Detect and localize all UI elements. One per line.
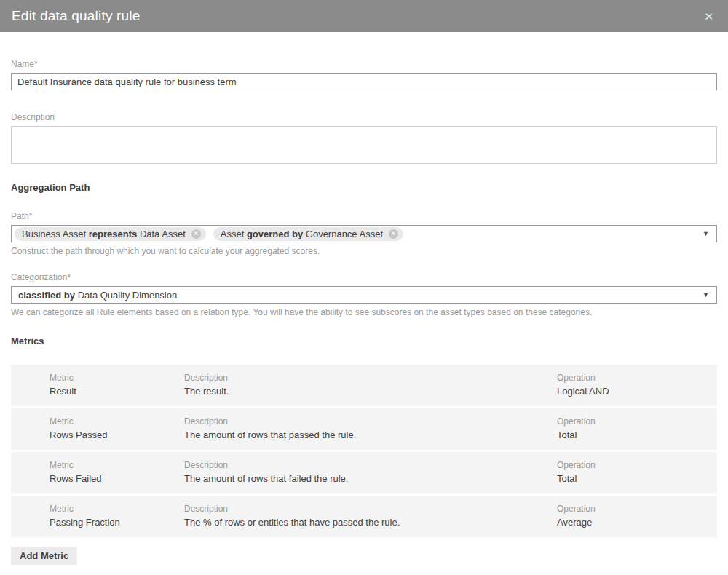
metric-operation: Average	[557, 517, 710, 528]
metric-column-label: Metric	[50, 460, 184, 470]
metric-column-label: Metric	[50, 416, 184, 427]
metric-operation: Total	[557, 429, 710, 440]
path-select[interactable]: Business Asset represents Data Asset✕ As…	[11, 225, 717, 242]
close-icon[interactable]: ✕	[701, 8, 716, 25]
metric-description: The amount of rows that failed the rule.	[184, 473, 557, 484]
metric-cell: Metric Rows Failed	[50, 460, 184, 484]
operation-cell: Operation Total	[557, 416, 710, 440]
categorization-value: classified by Data Quality Dimension	[15, 290, 177, 301]
operation-column-label: Operation	[557, 504, 710, 514]
description-column-label: Description	[184, 504, 557, 514]
operation-column-label: Operation	[557, 373, 710, 383]
metric-cell: Metric Passing Fraction	[50, 504, 184, 528]
categorization-label: Categorization*	[11, 272, 717, 282]
operation-column-label: Operation	[557, 416, 710, 427]
metric-name: Passing Fraction	[50, 517, 184, 528]
description-cell: Description The result.	[184, 373, 557, 397]
operation-cell: Operation Average	[557, 504, 710, 528]
dialog-header: Edit data quality rule ✕	[0, 0, 728, 32]
metric-row: Metric Result Description The result. Op…	[11, 365, 717, 406]
path-tag-relation: represents	[89, 229, 137, 239]
path-tag-text: Asset	[221, 229, 247, 239]
description-label: Description	[11, 112, 717, 122]
path-tag: Business Asset represents Data Asset✕	[15, 227, 206, 241]
metric-row: Metric Rows Failed Description The amoun…	[11, 452, 717, 493]
path-label: Path*	[11, 211, 717, 221]
operation-cell: Operation Logical AND	[557, 373, 710, 397]
metric-operation: Logical AND	[557, 386, 710, 397]
path-tag-text: Governance Asset	[303, 229, 383, 239]
name-input[interactable]	[11, 73, 717, 90]
description-cell: Description The % of rows or entities th…	[184, 504, 557, 528]
metric-operation: Total	[557, 473, 710, 484]
path-tag-text: Business Asset	[22, 229, 89, 239]
operation-cell: Operation Total	[557, 460, 710, 484]
description-column-label: Description	[184, 373, 557, 383]
metric-row: Metric Rows Passed Description The amoun…	[11, 408, 717, 450]
metrics-heading: Metrics	[11, 336, 717, 346]
edit-data-quality-rule-dialog: Edit data quality rule ✕ Name* Descripti…	[0, 0, 728, 575]
description-input[interactable]	[11, 126, 717, 164]
chevron-down-icon[interactable]: ▼	[703, 231, 709, 237]
metric-cell: Metric Rows Passed	[50, 416, 184, 440]
description-column-label: Description	[184, 460, 557, 470]
metric-description: The % of rows or entities that have pass…	[184, 517, 557, 528]
remove-tag-icon[interactable]: ✕	[191, 229, 201, 239]
metric-description: The result.	[184, 386, 557, 397]
metric-description: The amount of rows that passed the rule.	[184, 429, 557, 440]
remove-tag-icon[interactable]: ✕	[389, 229, 398, 239]
path-tag: Asset governed by Governance Asset✕	[213, 227, 403, 241]
metric-row: Metric Passing Fraction Description The …	[11, 496, 717, 537]
path-help-text: Construct the path through which you wan…	[11, 246, 717, 256]
metric-column-label: Metric	[50, 504, 184, 514]
categorization-select[interactable]: classified by Data Quality Dimension ▼	[11, 286, 717, 304]
path-tag-relation: governed by	[247, 229, 303, 239]
path-tag-text: Data Asset	[137, 229, 185, 239]
dialog-body: Name* Description Aggregation Path Path*…	[0, 32, 728, 565]
dialog-title: Edit data quality rule	[12, 8, 141, 24]
metric-name: Rows Failed	[50, 473, 184, 484]
metric-name: Rows Passed	[50, 429, 184, 440]
aggregation-path-heading: Aggregation Path	[11, 182, 717, 193]
description-cell: Description The amount of rows that fail…	[184, 460, 557, 484]
metric-cell: Metric Result	[50, 373, 184, 397]
description-column-label: Description	[184, 416, 557, 427]
description-cell: Description The amount of rows that pass…	[184, 416, 557, 440]
operation-column-label: Operation	[557, 460, 710, 470]
metrics-list: Metric Result Description The result. Op…	[11, 365, 717, 537]
chevron-down-icon[interactable]: ▼	[703, 292, 709, 298]
metric-column-label: Metric	[50, 373, 184, 383]
add-metric-button[interactable]: Add Metric	[11, 547, 77, 565]
name-label: Name*	[11, 59, 717, 69]
metric-name: Result	[50, 386, 184, 397]
categorization-help-text: We can categorize all Rule elements base…	[11, 307, 717, 317]
